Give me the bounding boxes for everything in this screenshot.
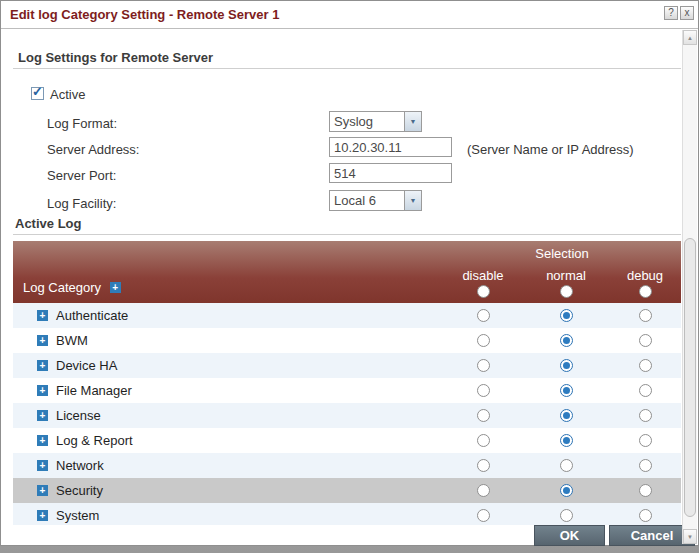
normal-radio[interactable] (560, 309, 573, 322)
select-all-normal-radio[interactable] (560, 285, 573, 298)
table-row[interactable]: + Authenticate (13, 303, 681, 328)
normal-radio[interactable] (560, 509, 573, 522)
table-row[interactable]: + System (13, 503, 681, 525)
scrollbar-thumb[interactable] (684, 238, 696, 517)
select-all-debug-radio[interactable] (639, 285, 652, 298)
disable-radio[interactable] (477, 484, 490, 497)
disable-radio[interactable] (477, 409, 490, 422)
table-row[interactable]: + License (13, 403, 681, 428)
log-format-value: Syslog (330, 114, 404, 129)
row-label: Security (56, 483, 443, 498)
radio-cell-normal (523, 459, 609, 472)
log-category-label: Log Category (23, 280, 101, 295)
row-expand-icon[interactable]: + (37, 485, 48, 496)
radio-cell-disable (443, 409, 523, 422)
radio-cell-debug (609, 434, 681, 447)
debug-radio[interactable] (639, 509, 652, 522)
window-buttons: ? x (664, 6, 694, 20)
scroll-down-icon[interactable]: ▼ (683, 529, 697, 544)
radio-cell-disable (443, 334, 523, 347)
debug-radio[interactable] (639, 409, 652, 422)
debug-radio[interactable] (639, 459, 652, 472)
radio-cell-disable (443, 309, 523, 322)
server-address-hint: (Server Name or IP Address) (467, 142, 634, 157)
debug-radio[interactable] (639, 334, 652, 347)
scroll-up-icon[interactable]: ▲ (683, 30, 697, 45)
server-address-input[interactable] (329, 137, 452, 157)
radio-cell-disable (443, 484, 523, 497)
active-checkbox[interactable]: ✓ (31, 87, 44, 100)
row-label: System (56, 508, 443, 523)
row-label: Log & Report (56, 433, 443, 448)
debug-radio[interactable] (639, 309, 652, 322)
radio-cell-disable (443, 459, 523, 472)
log-facility-value: Local 6 (330, 193, 404, 208)
row-expand-icon[interactable]: + (37, 435, 48, 446)
debug-radio[interactable] (639, 484, 652, 497)
log-category-header: Log Category + (23, 280, 121, 295)
log-format-select[interactable]: Syslog ▼ (329, 111, 422, 132)
disable-radio[interactable] (477, 334, 490, 347)
table-row[interactable]: + Security (13, 478, 681, 503)
row-expand-icon[interactable]: + (37, 310, 48, 321)
row-expand-icon[interactable]: + (37, 460, 48, 471)
row-expand-icon[interactable]: + (37, 510, 48, 521)
column-header-normal: normal (523, 268, 609, 283)
log-category-rows: + Authenticate + BWM + Device HA (13, 303, 681, 525)
active-checkbox-label: Active (50, 87, 85, 102)
normal-radio[interactable] (560, 459, 573, 472)
select-all-disable-radio[interactable] (477, 285, 490, 298)
table-row[interactable]: + BWM (13, 328, 681, 353)
disable-radio[interactable] (477, 384, 490, 397)
active-log-heading: Active Log (15, 216, 81, 231)
normal-radio[interactable] (560, 359, 573, 372)
expand-all-icon[interactable]: + (110, 282, 121, 293)
table-row[interactable]: + File Manager (13, 378, 681, 403)
log-facility-select[interactable]: Local 6 ▼ (329, 190, 422, 211)
help-icon[interactable]: ? (664, 6, 678, 20)
normal-radio[interactable] (560, 484, 573, 497)
radio-cell-debug (609, 309, 681, 322)
server-port-label: Server Port: (47, 168, 116, 183)
log-format-label: Log Format: (47, 116, 117, 131)
disable-radio[interactable] (477, 309, 490, 322)
row-expand-icon[interactable]: + (37, 410, 48, 421)
disable-radio[interactable] (477, 509, 490, 522)
radio-cell-normal (523, 359, 609, 372)
ok-button[interactable]: OK (534, 525, 605, 546)
row-expand-icon[interactable]: + (37, 385, 48, 396)
debug-radio[interactable] (639, 434, 652, 447)
disable-radio[interactable] (477, 434, 490, 447)
chevron-down-icon[interactable]: ▼ (404, 191, 421, 210)
disable-radio[interactable] (477, 359, 490, 372)
debug-radio[interactable] (639, 359, 652, 372)
scrollbar[interactable]: ▲ ▼ (682, 30, 697, 544)
disable-radio[interactable] (477, 459, 490, 472)
server-address-label: Server Address: (47, 142, 140, 157)
row-label: Device HA (56, 358, 443, 373)
log-settings-heading: Log Settings for Remote Server (18, 50, 213, 65)
normal-radio[interactable] (560, 409, 573, 422)
server-port-input[interactable] (329, 163, 452, 183)
normal-radio[interactable] (560, 334, 573, 347)
debug-radio[interactable] (639, 384, 652, 397)
radio-cell-normal (523, 334, 609, 347)
radio-cell-debug (609, 334, 681, 347)
row-expand-icon[interactable]: + (37, 335, 48, 346)
table-row[interactable]: + Log & Report (13, 428, 681, 453)
table-row[interactable]: + Network (13, 453, 681, 478)
select-all-radios (443, 285, 681, 298)
normal-radio[interactable] (560, 434, 573, 447)
radio-cell-normal (523, 509, 609, 522)
close-icon[interactable]: x (680, 6, 694, 20)
row-label: BWM (56, 333, 443, 348)
chevron-down-icon[interactable]: ▼ (404, 112, 421, 131)
radio-cell-debug (609, 509, 681, 522)
radio-cell-disable (443, 384, 523, 397)
radio-cell-normal (523, 309, 609, 322)
radio-cell-debug (609, 459, 681, 472)
row-expand-icon[interactable]: + (37, 360, 48, 371)
table-row[interactable]: + Device HA (13, 353, 681, 378)
column-header-debug: debug (609, 268, 681, 283)
normal-radio[interactable] (560, 384, 573, 397)
